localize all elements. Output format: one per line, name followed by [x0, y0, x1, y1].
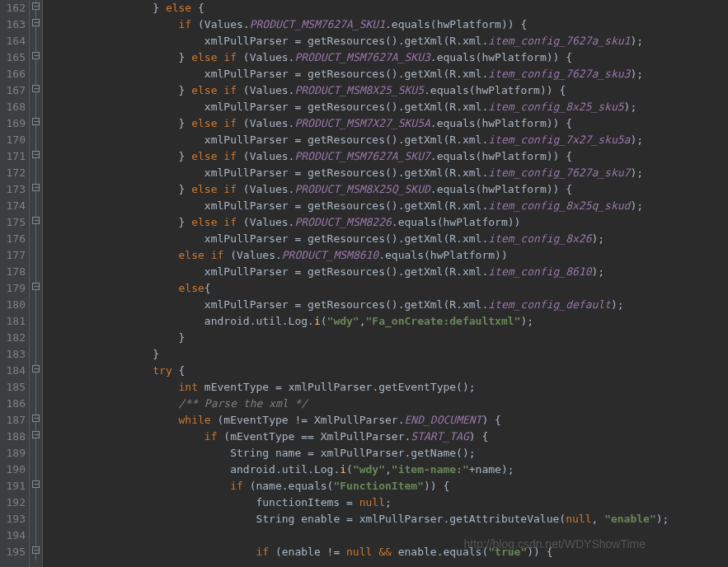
fold-cell[interactable] — [30, 115, 42, 132]
code-line[interactable]: android.util.Log.i("wdy","Fa_onCreate:de… — [49, 313, 728, 330]
fold-cell[interactable] — [30, 280, 42, 297]
code-line[interactable]: else if (Values.PRODUCT_MSM8610.equals(h… — [49, 247, 728, 264]
code-line[interactable]: xmlPullParser = getResources().getXml(R.… — [49, 66, 728, 82]
fold-cell — [30, 66, 42, 82]
line-number: 189 — [2, 445, 26, 462]
code-line[interactable]: } else if (Values.PRODUCT_MSM8X25Q_SKUD.… — [49, 181, 728, 198]
fold-cell[interactable] — [30, 478, 42, 494]
fold-cell[interactable] — [30, 49, 42, 66]
fold-toggle-icon[interactable] — [32, 415, 40, 422]
code-line[interactable]: if (enable != null && enable.equals("tru… — [49, 544, 728, 560]
line-number: 188 — [2, 429, 26, 445]
code-line[interactable]: android.util.Log.i("wdy","item-name:"+na… — [49, 462, 728, 478]
code-line[interactable]: } else if (Values.PRODUCT_MSM8226.equals… — [49, 214, 728, 231]
code-line[interactable]: while (mEventType != XmlPullParser.END_D… — [49, 412, 728, 429]
fold-cell[interactable] — [30, 0, 42, 16]
line-number: 169 — [2, 115, 26, 132]
fold-toggle-icon[interactable] — [32, 431, 40, 438]
fold-cell — [30, 330, 42, 346]
fold-cell[interactable] — [30, 412, 42, 429]
code-area[interactable]: } else { if (Values.PRODUCT_MSM7627A_SKU… — [43, 0, 728, 567]
line-number: 173 — [2, 181, 26, 198]
fold-cell — [30, 33, 42, 49]
code-line[interactable]: xmlPullParser = getResources().getXml(R.… — [49, 99, 728, 115]
fold-toggle-icon[interactable] — [32, 85, 40, 92]
line-number: 174 — [2, 198, 26, 214]
fold-cell[interactable] — [30, 214, 42, 231]
line-number: 190 — [2, 462, 26, 478]
line-number: 168 — [2, 99, 26, 115]
code-line[interactable]: xmlPullParser = getResources().getXml(R.… — [49, 132, 728, 148]
fold-cell — [30, 511, 42, 527]
fold-cell[interactable] — [30, 181, 42, 198]
fold-cell — [30, 445, 42, 462]
fold-toggle-icon[interactable] — [32, 480, 40, 488]
code-line[interactable] — [49, 527, 728, 544]
fold-toggle-icon[interactable] — [32, 217, 40, 224]
code-editor[interactable]: 1621631641651661671681691701711721731741… — [0, 0, 728, 567]
fold-toggle-icon[interactable] — [32, 52, 40, 59]
line-number: 183 — [2, 346, 26, 363]
fold-toggle-icon[interactable] — [32, 2, 40, 10]
fold-cell — [30, 231, 42, 247]
code-line[interactable]: xmlPullParser = getResources().getXml(R.… — [49, 264, 728, 280]
fold-cell[interactable] — [30, 82, 42, 99]
fold-gutter[interactable] — [30, 0, 43, 567]
fold-toggle-icon[interactable] — [32, 151, 40, 158]
fold-toggle-icon[interactable] — [32, 118, 40, 125]
code-line[interactable]: } else if (Values.PRODUCT_MSM7627A_SKU3.… — [49, 49, 728, 66]
line-number: 163 — [2, 16, 26, 33]
code-line[interactable]: } else if (Values.PRODUCT_MSM7627A_SKU7.… — [49, 148, 728, 165]
fold-cell — [30, 297, 42, 313]
code-line[interactable]: } — [49, 330, 728, 346]
fold-cell[interactable] — [30, 363, 42, 379]
code-line[interactable]: if (mEventType == XmlPullParser.START_TA… — [49, 429, 728, 445]
line-number: 178 — [2, 264, 26, 280]
fold-cell[interactable] — [30, 148, 42, 165]
fold-cell — [30, 264, 42, 280]
line-number: 162 — [2, 0, 26, 16]
fold-cell — [30, 132, 42, 148]
code-line[interactable]: functionItems = null; — [49, 494, 728, 511]
line-number: 179 — [2, 280, 26, 297]
fold-toggle-icon[interactable] — [32, 283, 40, 290]
fold-toggle-icon[interactable] — [32, 184, 40, 191]
fold-cell[interactable] — [30, 16, 42, 33]
code-line[interactable]: /** Parse the xml */ — [49, 396, 728, 412]
fold-toggle-icon[interactable] — [32, 365, 40, 373]
line-number: 184 — [2, 363, 26, 379]
fold-cell[interactable] — [30, 429, 42, 445]
code-line[interactable]: } — [49, 346, 728, 363]
fold-toggle-icon[interactable] — [32, 546, 40, 554]
code-line[interactable]: xmlPullParser = getResources().getXml(R.… — [49, 33, 728, 49]
code-line[interactable]: xmlPullParser = getResources().getXml(R.… — [49, 231, 728, 247]
code-line[interactable]: if (name.equals("FunctionItem")) { — [49, 478, 728, 494]
line-number-gutter: 1621631641651661671681691701711721731741… — [0, 0, 30, 567]
code-line[interactable]: if (Values.PRODUCT_MSM7627A_SKU1.equals(… — [49, 16, 728, 33]
code-line[interactable]: try { — [49, 363, 728, 379]
line-number: 170 — [2, 132, 26, 148]
code-line[interactable]: xmlPullParser = getResources().getXml(R.… — [49, 165, 728, 181]
fold-cell — [30, 346, 42, 363]
line-number: 180 — [2, 297, 26, 313]
code-line[interactable]: } else if (Values.PRODUCT_MSM8X25_SKU5.e… — [49, 82, 728, 99]
line-number: 181 — [2, 313, 26, 330]
fold-cell — [30, 396, 42, 412]
code-line[interactable]: xmlPullParser = getResources().getXml(R.… — [49, 198, 728, 214]
fold-cell — [30, 527, 42, 544]
fold-cell — [30, 99, 42, 115]
code-line[interactable]: xmlPullParser = getResources().getXml(R.… — [49, 297, 728, 313]
line-number: 171 — [2, 148, 26, 165]
fold-toggle-icon[interactable] — [32, 19, 40, 26]
fold-cell — [30, 165, 42, 181]
line-number: 192 — [2, 494, 26, 511]
code-line[interactable]: String name = xmlPullParser.getName(); — [49, 445, 728, 462]
code-line[interactable]: int mEventType = xmlPullParser.getEventT… — [49, 379, 728, 396]
fold-cell[interactable] — [30, 544, 42, 560]
line-number: 195 — [2, 544, 26, 560]
code-line[interactable]: String enable = xmlPullParser.getAttribu… — [49, 511, 728, 527]
code-line[interactable]: else{ — [49, 280, 728, 297]
code-line[interactable]: } else { — [49, 0, 728, 16]
code-line[interactable]: } else if (Values.PRODUCT_MSM7X27_SKU5A.… — [49, 115, 728, 132]
line-number: 167 — [2, 82, 26, 99]
